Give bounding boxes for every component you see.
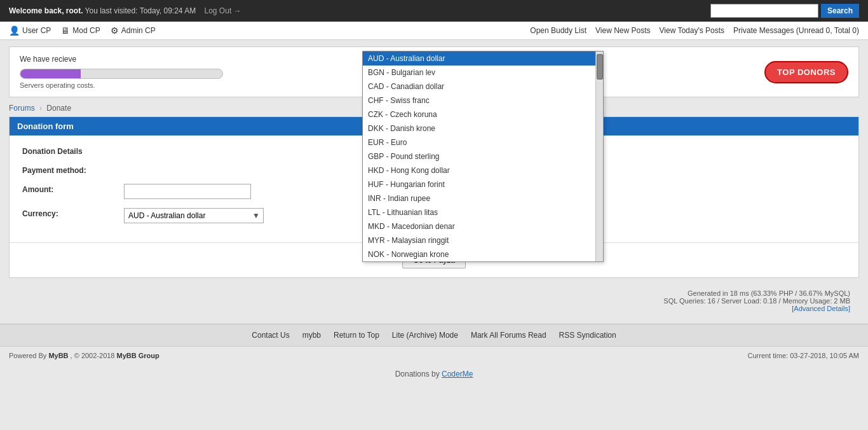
dropdown-item[interactable]: BGN - Bulgarian lev (363, 66, 595, 80)
open-buddy-list-link[interactable]: Open Buddy List (530, 26, 587, 35)
donations-by-bar: Donations by CoderMe (0, 364, 868, 384)
admin-cp-link[interactable]: Admin CP (121, 26, 156, 35)
current-time-value: 03-27-2018, 10:05 AM (790, 352, 859, 359)
scrollbar-thumb (597, 54, 603, 80)
dropdown-item[interactable]: AUD - Australian dollar (363, 52, 595, 66)
stats-line1: Generated in 18 ms (63.33% PHP / 36.67% … (18, 289, 850, 297)
currency-select-wrapper: AUD - Australian dollarBGN - Bulgarian l… (124, 208, 264, 223)
dropdown-inner: AUD - Australian dollarBGN - Bulgarian l… (363, 52, 603, 261)
dropdown-item[interactable]: MKD - Macedonian denar (363, 219, 595, 233)
bottom-nav: Contact Us mybb Return to Top Lite (Arch… (0, 324, 868, 346)
dropdown-item[interactable]: CAD - Canadian dollar (363, 80, 595, 94)
currency-dropdown[interactable]: AUD - Australian dollarBGN - Bulgarian l… (362, 51, 604, 262)
search-input[interactable] (710, 4, 818, 18)
top-bar: Welcome back, root. You last visited: To… (0, 0, 868, 22)
dropdown-item[interactable]: DKK - Danish krone (363, 121, 595, 135)
mod-cp-nav[interactable]: 🖥 Mod CP (61, 25, 100, 36)
dropdown-list[interactable]: AUD - Australian dollarBGN - Bulgarian l… (363, 52, 595, 261)
dropdown-item[interactable]: LTL - Lithuanian litas (363, 205, 595, 219)
logout-link[interactable]: Log Out → (205, 6, 241, 15)
currency-select[interactable]: AUD - Australian dollarBGN - Bulgarian l… (124, 208, 264, 223)
dropdown-item[interactable]: NOK - Norwegian krone (363, 247, 595, 261)
welcome-message: Welcome back, root. You last visited: To… (9, 6, 241, 15)
last-visited: You last visited: Today, 09:24 AM (85, 6, 196, 15)
payment-method-label: Payment method: (22, 165, 124, 175)
nav-left: 👤 User CP 🖥 Mod CP ⚙ Admin CP (9, 25, 156, 36)
pm-count: (Unread 0, Total 0) (796, 26, 859, 35)
dropdown-item[interactable]: HUF - Hungarian forint (363, 177, 595, 191)
mark-all-forums-read-link[interactable]: Mark All Forums Read (471, 331, 546, 340)
advanced-details-link[interactable]: [Advanced Details] (792, 305, 850, 312)
powered-by-left: Powered By MyBB , © 2002-2018 MyBB Group (9, 352, 159, 359)
dropdown-item[interactable]: INR - Indian rupee (363, 191, 595, 205)
stats-line2: SQL Queries: 16 / Server Load: 0.18 / Me… (18, 297, 850, 305)
view-new-posts-link[interactable]: View New Posts (595, 26, 650, 35)
donation-form-title: Donation form (17, 121, 74, 131)
dropdown-item[interactable]: HKD - Hong Kong dollar (363, 163, 595, 177)
donation-form-section: Donation form Donation Details Payment m… (9, 116, 859, 278)
mybb-group-link[interactable]: MyBB Group (117, 352, 159, 359)
dropdown-item[interactable]: CZK - Czech koruna (363, 108, 595, 121)
mybb-link[interactable]: mybb (302, 331, 321, 340)
currency-label: Currency: (22, 208, 124, 218)
admin-cp-icon: ⚙ (111, 25, 119, 36)
return-to-top-link[interactable]: Return to Top (334, 331, 379, 340)
mybb-brand-link[interactable]: MyBB (48, 352, 68, 359)
mod-cp-link[interactable]: Mod CP (72, 26, 100, 35)
private-messages-link[interactable]: Private Messages (733, 26, 794, 35)
user-cp-icon: 👤 (9, 25, 20, 36)
private-messages-info: Private Messages (Unread 0, Total 0) (733, 26, 859, 35)
amount-input[interactable] (124, 184, 251, 199)
powered-by-bar: Powered By MyBB , © 2002-2018 MyBB Group… (0, 346, 868, 364)
mod-cp-icon: 🖥 (61, 25, 70, 36)
amount-label: Amount: (22, 184, 124, 194)
dropdown-item[interactable]: EUR - Euro (363, 135, 595, 149)
breadcrumb-current: Donate (46, 104, 71, 113)
rss-syndication-link[interactable]: RSS Syndication (559, 331, 616, 340)
nav-right: Open Buddy List View New Posts View Toda… (530, 26, 859, 35)
top-donors-button[interactable]: Top Donors (764, 61, 848, 83)
username: Welcome back, root. (9, 6, 83, 15)
current-time-area: Current time: 03-27-2018, 10:05 AM (748, 352, 860, 359)
donations-by-text: Donations by (395, 370, 440, 378)
lite-mode-link[interactable]: Lite (Archive) Mode (392, 331, 458, 340)
progress-bar-container (20, 69, 223, 79)
coderme-link[interactable]: CoderMe (442, 370, 473, 378)
view-todays-posts-link[interactable]: View Today's Posts (660, 26, 725, 35)
contact-us-link[interactable]: Contact Us (252, 331, 289, 340)
admin-cp-nav[interactable]: ⚙ Admin CP (111, 25, 156, 36)
search-button[interactable]: Search (821, 4, 859, 18)
stats-bar: Generated in 18 ms (63.33% PHP / 36.67% … (9, 284, 859, 317)
progress-bar-fill (20, 69, 81, 78)
breadcrumb-separator: › (39, 104, 42, 113)
breadcrumb-forums-link[interactable]: Forums (9, 104, 35, 113)
donation-details-label: Donation Details (22, 146, 124, 156)
copyright-text: , © 2002-2018 (71, 352, 115, 359)
user-cp-nav[interactable]: 👤 User CP (9, 25, 51, 36)
dropdown-item[interactable]: GBP - Pound sterling (363, 149, 595, 163)
dropdown-item[interactable]: MYR - Malaysian ringgit (363, 233, 595, 247)
main-content: We have recieve Servers operating costs.… (0, 40, 868, 324)
dropdown-scrollbar (595, 52, 603, 261)
search-area: Search (710, 4, 859, 18)
dropdown-item[interactable]: CHF - Swiss franc (363, 94, 595, 108)
current-time-label: Current time: (748, 352, 789, 359)
powered-by-text: Powered By (9, 352, 46, 359)
nav-bar: 👤 User CP 🖥 Mod CP ⚙ Admin CP Open Buddy… (0, 22, 868, 40)
user-cp-link[interactable]: User CP (22, 26, 51, 35)
